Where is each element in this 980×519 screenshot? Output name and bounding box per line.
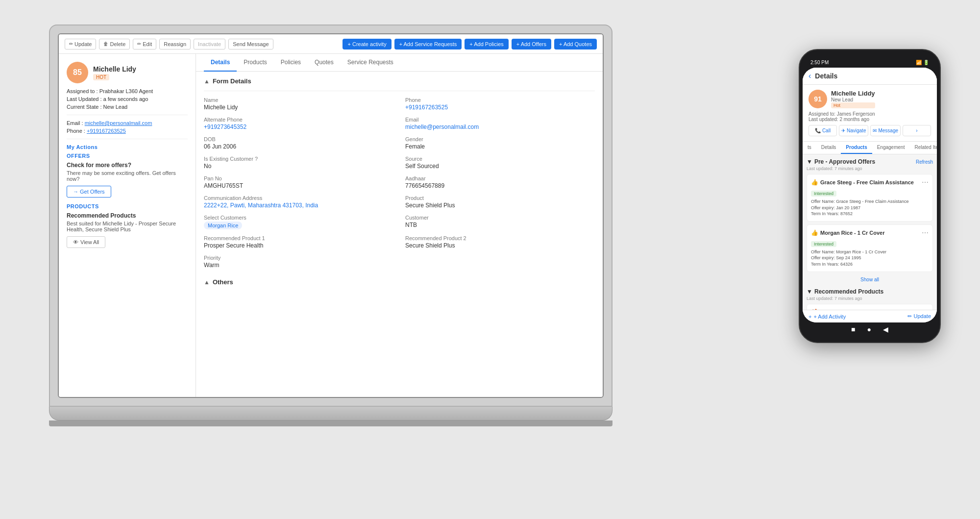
phone-link[interactable]: +919167263525 (87, 128, 126, 134)
crm-tabs: Details Products Policies Quotes Service… (196, 54, 603, 72)
others-section-header[interactable]: ▲ Others (196, 274, 603, 290)
offer-1-header: 👍 Grace Steeg - Free Claim Assistance ⋯ (811, 178, 929, 186)
circle-button[interactable]: ● (867, 325, 871, 333)
home-button[interactable]: ■ (851, 325, 855, 333)
phone-call-button[interactable]: 📞 Call (808, 125, 837, 136)
phone-status-icons: 📶 🔋 (916, 60, 929, 65)
collapse-icon-rec: ▼ (807, 288, 812, 295)
phone-header: ‹ Details (803, 68, 937, 85)
phone-lead-info: Michelle Liddy New Lead Hot (831, 90, 875, 108)
phone-navigate-button[interactable]: ✈ Navigate (839, 125, 868, 136)
crm-app: ✏ Update 🗑 Delete ✏ Edit Reassign (59, 34, 603, 397)
phone-tab-details[interactable]: Details (816, 142, 841, 154)
phone-assigned-to: Assigned to: James Fergerson (808, 111, 931, 117)
email-link[interactable]: michelle@personalmail.com (85, 120, 152, 126)
delete-icon: 🗑 (103, 41, 108, 47)
pre-approved-updated: Last updated: 7 minutes ago (807, 166, 933, 171)
recommended-updated: Last updated: 7 minutes ago (807, 296, 933, 301)
phone-lead-card: 91 Michelle Liddy New Lead Hot Assigned … (803, 85, 937, 142)
show-all-button[interactable]: Show all (807, 275, 933, 284)
back-button[interactable]: ‹ (808, 72, 811, 80)
add-activity-button[interactable]: + + Add Activity (808, 314, 846, 320)
tab-policies[interactable]: Policies (274, 54, 308, 72)
divider-1 (67, 115, 188, 115)
offer-2-status: Interested (811, 241, 836, 247)
tab-quotes[interactable]: Quotes (308, 54, 341, 72)
phone-tab-related-items[interactable]: Related Items (909, 142, 937, 154)
crm-right-panel: Details Products Policies Quotes Service… (196, 54, 603, 397)
inactivate-button[interactable]: Inactivate (194, 39, 225, 49)
products-desc: Best suited for Michelle Lidy - Prosper … (67, 221, 188, 232)
divider-2 (67, 139, 188, 139)
phone-lead-name: Michelle Liddy (831, 90, 875, 97)
field-rec-product1: Recommended Product 1 Prosper Secure Hea… (204, 235, 393, 249)
phone-content: ▼ Pre - Approved Offers Refresh Last upd… (803, 154, 937, 310)
phone-action-row: 📞 Call ✈ Navigate ✉ Message › (808, 125, 931, 136)
crm-main: 85 Michelle Lidy HOT Assigned to : Prabh… (59, 54, 603, 397)
offers-desc: There may be some exciting offers. Get o… (67, 170, 188, 182)
toolbar-right: + Create activity + Add Service Requests… (343, 39, 597, 49)
update-button[interactable]: ✏ Update (65, 39, 96, 49)
phone-status-bar: 2:50 PM 📶 🔋 (803, 56, 937, 68)
field-email: Email michelle@personalmail.com (405, 117, 595, 130)
phone-device: 2:50 PM 📶 🔋 ‹ Details 91 Michelle Liddy … (799, 49, 941, 343)
field-source: Source Self Sourced (405, 156, 595, 170)
send-message-button[interactable]: Send Message (228, 39, 273, 49)
hot-badge: HOT (93, 74, 109, 80)
offer-2-header: 👍 Morgan Rice - 1 Cr Cover ⋯ (811, 229, 929, 237)
pre-approved-header: ▼ Pre - Approved Offers Refresh (807, 158, 933, 165)
field-alt-phone: Alternate Phone +919273645352 (204, 117, 393, 130)
plus-icon: + (808, 314, 811, 320)
field-pan: Pan No AMGHU765ST (204, 175, 393, 189)
delete-button[interactable]: 🗑 Delete (99, 39, 130, 49)
update-button-phone[interactable]: ✏ Update (907, 313, 931, 320)
add-offers-button[interactable]: + Add Offers (512, 39, 551, 49)
toolbar-left: ✏ Update 🗑 Delete ✏ Edit Reassign (65, 39, 273, 49)
collapse-icon-phone: ▼ (807, 158, 812, 165)
phone-tab-ts[interactable]: ts (803, 142, 816, 154)
customer-chip: Morgan Rice (204, 222, 242, 229)
add-quotes-button[interactable]: + Add Quotes (554, 39, 597, 49)
refresh-button[interactable]: Refresh (916, 159, 933, 165)
phone-time: 2:50 PM (810, 60, 829, 65)
phone-crm: ‹ Details 91 Michelle Liddy New Lead Hot… (803, 68, 937, 322)
field-select-customers: Select Customers Morgan Rice (204, 215, 393, 229)
phone-page-title: Details (815, 72, 837, 80)
crm-toolbar: ✏ Update 🗑 Delete ✏ Edit Reassign (59, 34, 603, 54)
tab-details[interactable]: Details (204, 54, 237, 72)
offer-1-more-button[interactable]: ⋯ (922, 178, 929, 186)
offer-card-1: 👍 Grace Steeg - Free Claim Assistance ⋯ … (807, 174, 933, 222)
add-policies-button[interactable]: + Add Policies (465, 39, 508, 49)
email-row: Email : michelle@personalmail.com (67, 120, 188, 126)
field-empty (405, 255, 595, 269)
phone-last-updated: Last updated: 2 months ago (808, 117, 931, 122)
phone-hot-badge: Hot (831, 102, 875, 108)
get-offers-button[interactable]: → Get Offers (67, 186, 111, 198)
offer-2-more-button[interactable]: ⋯ (922, 229, 929, 237)
tab-products[interactable]: Products (237, 54, 273, 72)
laptop-device: ✏ Update 🗑 Delete ✏ Edit Reassign (49, 25, 612, 466)
collapse-icon[interactable]: ▲ (204, 78, 210, 85)
field-gender: Gender Female (405, 136, 595, 150)
phone-screen: ‹ Details 91 Michelle Liddy New Lead Hot… (803, 68, 937, 322)
phone-message-button[interactable]: ✉ Message (870, 125, 901, 136)
phone-tab-products[interactable]: Products (841, 142, 872, 154)
offers-label: OFFERS (67, 153, 188, 159)
edit-button[interactable]: ✏ Edit (133, 39, 156, 49)
laptop-body: ✏ Update 🗑 Delete ✏ Edit Reassign (49, 25, 612, 407)
lead-name-group: Michelle Lidy HOT (93, 65, 136, 80)
add-service-requests-button[interactable]: + Add Service Requests (394, 39, 462, 49)
navigate-icon: ✈ (841, 128, 845, 133)
reassign-button[interactable]: Reassign (159, 39, 191, 49)
field-existing-customer: Is Existing Customer ? No (204, 156, 393, 170)
view-all-button[interactable]: 👁 View All (67, 236, 105, 248)
recommended-header: ▼ Recommended Products (807, 288, 933, 295)
phone-tab-engagement[interactable]: Engagement (872, 142, 910, 154)
phone-more-button[interactable]: › (903, 125, 931, 136)
back-button-nav[interactable]: ◀ (883, 325, 888, 333)
create-activity-button[interactable]: + Create activity (343, 39, 391, 49)
field-phone: Phone +919167263525 (405, 97, 595, 111)
tab-service-requests[interactable]: Service Requests (341, 54, 400, 72)
offer-card-2: 👍 Morgan Rice - 1 Cr Cover ⋯ Interested … (807, 224, 933, 272)
field-comm-address: Communication Address 2222+22, Pawti, Ma… (204, 195, 393, 209)
